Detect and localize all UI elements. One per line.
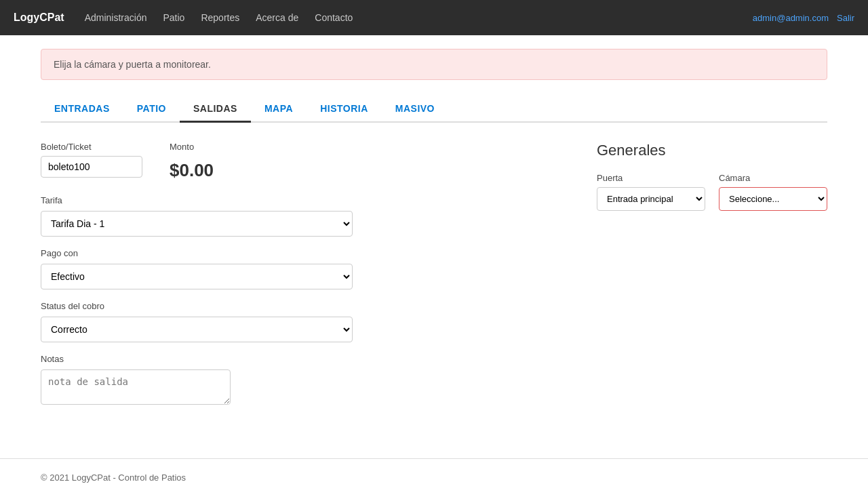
- navbar-email: admin@admin.com: [753, 13, 829, 23]
- camara-label: Cámara: [719, 173, 827, 183]
- navbar-links: Administración Patio Reportes Acerca de …: [85, 12, 753, 23]
- tarifa-label: Tarifa: [41, 195, 62, 205]
- boleto-input[interactable]: [41, 156, 142, 178]
- puerta-group: Puerta Entrada principal: [597, 173, 705, 211]
- pago-select[interactable]: Efectivo Tarjeta Transferencia: [41, 264, 353, 289]
- generales-row: Puerta Entrada principal Cámara Seleccio…: [597, 173, 827, 211]
- tab-salidas[interactable]: SALIDAS: [180, 96, 251, 123]
- puerta-select[interactable]: Entrada principal: [597, 187, 705, 211]
- monto-group: Monto $0.00: [170, 142, 214, 181]
- tarifa-group: Tarifa Tarifa Dia - 1 Tarifa Dia - 2 Tar…: [41, 195, 570, 237]
- footer-text: © 2021 LogyCPat - Control de Patios: [41, 472, 186, 483]
- monto-label: Monto: [170, 142, 214, 152]
- tab-entradas[interactable]: ENTRADAS: [41, 96, 123, 123]
- alert-banner: Elija la cámara y puerta a monitorear.: [41, 49, 827, 80]
- nav-link-reportes[interactable]: Reportes: [201, 12, 239, 23]
- navbar-right: admin@admin.com Salir: [753, 13, 854, 23]
- status-group: Status del cobro Correcto Pendiente Erro…: [41, 300, 570, 342]
- tab-patio[interactable]: PATIO: [123, 96, 180, 123]
- status-select[interactable]: Correcto Pendiente Error: [41, 317, 353, 342]
- boleto-label: Boleto/Ticket: [41, 142, 142, 152]
- content-layout: Boleto/Ticket Monto $0.00 Tarifa Tarifa …: [41, 142, 827, 418]
- generales-title: Generales: [597, 142, 827, 159]
- navbar: LogyCPat Administración Patio Reportes A…: [0, 0, 868, 35]
- tabs-bar: ENTRADAS PATIO SALIDAS MAPA HISTORIA MAS…: [41, 96, 827, 123]
- camara-group: Cámara Seleccione...: [719, 173, 827, 211]
- nav-link-contacto[interactable]: Contacto: [315, 12, 353, 23]
- main-content: Elija la cámara y puerta a monitorear. E…: [0, 35, 868, 431]
- alert-text: Elija la cámara y puerta a monitorear.: [54, 59, 211, 70]
- monto-value: $0.00: [170, 160, 214, 181]
- tarifa-select[interactable]: Tarifa Dia - 1 Tarifa Dia - 2 Tarifa Noc…: [41, 211, 353, 237]
- footer: © 2021 LogyCPat - Control de Patios: [0, 458, 868, 496]
- navbar-brand: LogyCPat: [14, 12, 64, 24]
- camara-select[interactable]: Seleccione...: [719, 187, 827, 211]
- boleto-monto-row: Boleto/Ticket Monto $0.00: [41, 142, 570, 181]
- tab-historia[interactable]: HISTORIA: [307, 96, 382, 123]
- pago-label: Pago con: [41, 248, 78, 258]
- tab-masivo[interactable]: MASIVO: [382, 96, 448, 123]
- notas-label: Notas: [41, 354, 64, 364]
- right-panel: Generales Puerta Entrada principal Cámar…: [597, 142, 827, 418]
- pago-group: Pago con Efectivo Tarjeta Transferencia: [41, 247, 570, 289]
- puerta-label: Puerta: [597, 173, 705, 183]
- nav-link-acerca[interactable]: Acerca de: [256, 12, 298, 23]
- navbar-salir[interactable]: Salir: [837, 13, 854, 23]
- nav-link-patio[interactable]: Patio: [163, 12, 185, 23]
- boleto-group: Boleto/Ticket: [41, 142, 142, 178]
- notas-group: Notas: [41, 353, 570, 407]
- status-label: Status del cobro: [41, 301, 104, 311]
- left-panel: Boleto/Ticket Monto $0.00 Tarifa Tarifa …: [41, 142, 570, 418]
- tab-mapa[interactable]: MAPA: [251, 96, 307, 123]
- nav-link-administracion[interactable]: Administración: [85, 12, 147, 23]
- notas-textarea[interactable]: [41, 369, 231, 405]
